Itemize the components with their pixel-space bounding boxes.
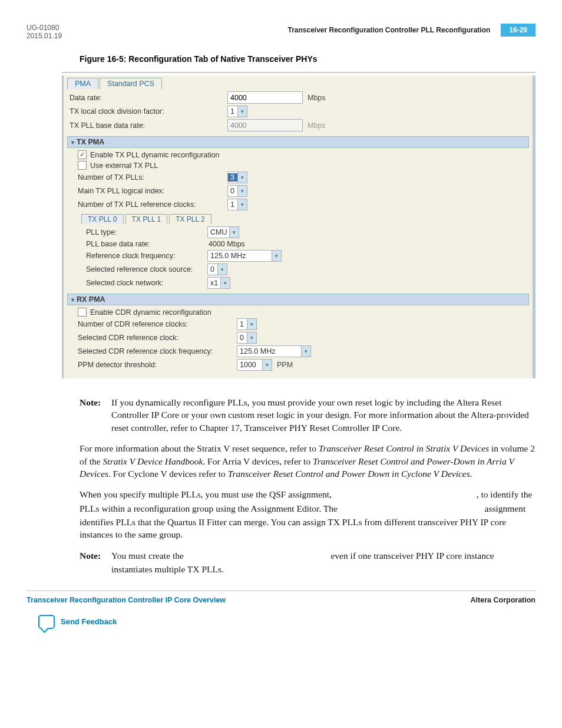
num-tx-plls-select[interactable]: 3 ▾ bbox=[227, 172, 247, 183]
collapse-icon: ▾ bbox=[71, 297, 74, 303]
paragraph-reset-info: For more information about the Stratix V… bbox=[80, 442, 535, 480]
main-tx-pll-idx-label: Main TX PLL logical index: bbox=[75, 187, 227, 195]
tx-local-div-select[interactable]: 1 ▾ bbox=[227, 106, 247, 117]
body-text: Note: If you dynamically reconfigure PLL… bbox=[80, 396, 535, 576]
tab-standard-pcs[interactable]: Standard PCS bbox=[100, 78, 162, 89]
sel-cdr-ref-label: Selected CDR reference clock: bbox=[75, 334, 237, 342]
enable-tx-pll-checkbox[interactable]: ✓ bbox=[78, 150, 87, 159]
sel-ref-src-select[interactable]: 0 ▾ bbox=[207, 263, 227, 275]
header-title: Transceiver Reconfiguration Controller P… bbox=[287, 26, 490, 34]
rx-pma-section-header[interactable]: ▾RX PMA bbox=[67, 294, 529, 305]
tab-tx-pll-1[interactable]: TX PLL 1 bbox=[125, 214, 168, 224]
pll-type-label: PLL type: bbox=[85, 228, 207, 236]
sel-ref-src-label: Selected reference clock source: bbox=[85, 265, 207, 274]
tx-pll-base-unit: Mbps bbox=[308, 121, 326, 130]
enable-cdr-label: Enable CDR dynamic reconfiguration bbox=[90, 308, 211, 317]
chevron-down-icon: ▾ bbox=[237, 199, 247, 210]
tx-local-div-label: TX local clock division factor: bbox=[67, 107, 227, 116]
use-external-tx-pll-checkbox[interactable] bbox=[78, 161, 87, 170]
use-external-tx-pll-label: Use external TX PLL bbox=[90, 162, 158, 170]
footer-right: Altera Corporation bbox=[471, 596, 535, 604]
doc-date: 2015.01.19 bbox=[27, 32, 62, 40]
enable-tx-pll-label: Enable TX PLL dynamic reconfiguration bbox=[90, 151, 220, 159]
page-number-badge: 16-29 bbox=[501, 24, 535, 37]
sel-clk-net-select[interactable]: x1 ▾ bbox=[207, 277, 230, 289]
sel-clk-net-label: Selected clock network: bbox=[85, 279, 207, 287]
data-rate-input[interactable] bbox=[227, 91, 303, 104]
chevron-down-icon: ▾ bbox=[247, 319, 256, 330]
send-feedback-link[interactable]: Send Feedback bbox=[38, 615, 535, 629]
footer-left-link[interactable]: Transceiver Reconfiguration Controller I… bbox=[27, 596, 226, 604]
paragraph-qsf: When you specify multiple PLLs, you must… bbox=[80, 488, 535, 541]
tx-pll-base-input bbox=[227, 119, 303, 131]
enable-cdr-checkbox[interactable] bbox=[78, 308, 87, 317]
data-rate-unit: Mbps bbox=[308, 94, 326, 102]
pll-base-rate-value: 4000 Mbps bbox=[207, 240, 245, 248]
chevron-down-icon: ▾ bbox=[220, 278, 230, 288]
ppm-unit: PPM bbox=[277, 361, 293, 369]
ppm-label: PPM detector threshold: bbox=[75, 361, 237, 369]
data-rate-label: Data rate: bbox=[67, 94, 227, 102]
chevron-down-icon: ▾ bbox=[217, 264, 227, 275]
collapse-icon: ▾ bbox=[71, 139, 74, 146]
doc-id: UG-01080 bbox=[27, 24, 62, 32]
chevron-down-icon: ▾ bbox=[247, 332, 256, 343]
chevron-down-icon: ▾ bbox=[237, 172, 247, 183]
num-cdr-ref-select[interactable]: 1 ▾ bbox=[237, 318, 257, 330]
ppm-select[interactable]: 1000 ▾ bbox=[237, 359, 272, 371]
config-panel: PMA Standard PCS Data rate: Mbps TX loca… bbox=[62, 75, 535, 378]
main-tx-pll-idx-select[interactable]: 0 ▾ bbox=[227, 185, 247, 197]
chevron-down-icon: ▾ bbox=[237, 186, 247, 196]
num-tx-pll-ref-select[interactable]: 1 ▾ bbox=[227, 199, 247, 210]
tab-tx-pll-2[interactable]: TX PLL 2 bbox=[169, 214, 211, 224]
top-tabstrip: PMA Standard PCS bbox=[67, 78, 529, 89]
tx-pll-base-label: TX PLL base data rate: bbox=[67, 121, 227, 130]
ref-clk-freq-label: Reference clock frequency: bbox=[85, 252, 207, 260]
figure-title: Figure 16-5: Reconfiguration Tab of Nati… bbox=[80, 54, 535, 64]
page-footer: Transceiver Reconfiguration Controller I… bbox=[27, 590, 535, 604]
chevron-down-icon: ▾ bbox=[237, 106, 247, 117]
note-label: Note: bbox=[80, 549, 107, 576]
tx-pma-section-header[interactable]: ▾TX PMA bbox=[67, 136, 529, 148]
sel-cdr-ref-select[interactable]: 0 ▾ bbox=[237, 332, 257, 344]
sel-cdr-ref-freq-select[interactable]: 125.0 MHz ▾ bbox=[237, 345, 311, 357]
page-header: UG-01080 2015.01.19 Transceiver Reconfig… bbox=[27, 24, 535, 40]
note2-text: You must create the XCVR_TX_PLL_RECONFIG… bbox=[111, 549, 535, 576]
chevron-down-icon: ▾ bbox=[229, 227, 239, 238]
ref-clk-freq-select[interactable]: 125.0 MHz ▾ bbox=[207, 250, 282, 262]
note-label: Note: bbox=[80, 396, 107, 434]
header-right: Transceiver Reconfiguration Controller P… bbox=[287, 24, 535, 37]
num-tx-pll-ref-label: Number of TX PLL reference clocks: bbox=[75, 200, 227, 209]
pll-tabstrip: TX PLL 0 TX PLL 1 TX PLL 2 bbox=[81, 214, 529, 224]
pll-base-rate-label: PLL base data rate: bbox=[85, 240, 207, 248]
sel-cdr-ref-freq-label: Selected CDR reference clock frequency: bbox=[75, 347, 237, 355]
num-cdr-ref-label: Number of CDR reference clocks: bbox=[75, 320, 237, 328]
screenshot-frame: PMA Standard PCS Data rate: Mbps TX loca… bbox=[62, 72, 535, 378]
chevron-down-icon: ▾ bbox=[272, 251, 281, 261]
note1-text: If you dynamically reconfigure PLLs, you… bbox=[111, 396, 535, 434]
header-left: UG-01080 2015.01.19 bbox=[27, 24, 62, 40]
tab-tx-pll-0[interactable]: TX PLL 0 bbox=[81, 214, 124, 224]
feedback-icon bbox=[38, 615, 55, 629]
chevron-down-icon: ▾ bbox=[262, 360, 272, 370]
pll-type-select[interactable]: CMU ▾ bbox=[207, 226, 239, 238]
chevron-down-icon: ▾ bbox=[301, 346, 310, 357]
num-tx-plls-label: Number of TX PLLs: bbox=[75, 173, 227, 182]
tab-pma[interactable]: PMA bbox=[67, 78, 98, 89]
